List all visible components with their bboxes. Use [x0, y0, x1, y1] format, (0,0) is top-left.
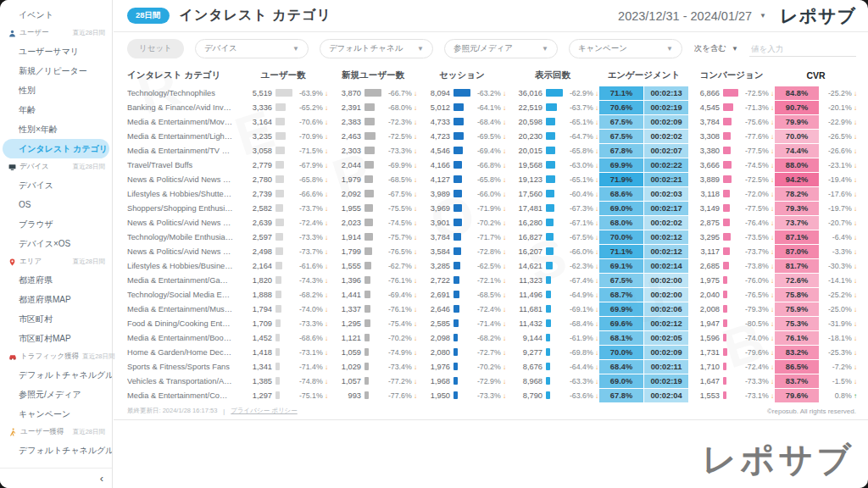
header-users[interactable]: ユーザー数	[238, 69, 328, 81]
header-new-users[interactable]: 新規ユーザー数	[329, 69, 417, 81]
condition-dropdown[interactable]: 次を含む ▼	[694, 43, 738, 54]
user-icon	[8, 30, 16, 37]
conversions-change-value: -76.4%	[745, 219, 769, 227]
users-change-value: -75.1%	[299, 391, 323, 400]
sessions-change-value: -71.9%	[477, 204, 501, 213]
sidebar-item[interactable]: OS	[0, 195, 112, 214]
users-change-value: -70.6%	[299, 118, 323, 126]
sidebar-item[interactable]: デバイス	[0, 175, 112, 195]
filter-value-input[interactable]	[749, 42, 856, 57]
engagement-time-cell: 00:02:07	[644, 144, 688, 158]
sidebar-item-label: デフォルトチャネルグループ	[19, 445, 112, 457]
views-bar	[543, 247, 562, 255]
collapse-sidebar-icon[interactable]: ‹	[100, 473, 103, 484]
cvr-change: -25.3% ↓	[820, 348, 857, 357]
users-value: 1,794	[238, 305, 272, 313]
arrow-down-icon: ↓	[593, 119, 598, 126]
chevron-down-icon: ▼	[417, 45, 424, 53]
sidebar-section-header: トラフィック獲得直近28日間	[0, 348, 112, 365]
new-users-change-value: -68.0%	[388, 103, 412, 112]
arrow-down-icon: ↓	[412, 349, 417, 357]
sidebar-item[interactable]: 性別	[0, 80, 112, 100]
sidebar-section-period: 直近28日間	[73, 29, 105, 37]
header-conversions[interactable]: コンバージョン	[689, 69, 774, 81]
table-row: Media & Entertainment/Light ...3,235-70.…	[127, 129, 863, 143]
category-cell: Media & Entertainment/Comic...	[127, 391, 237, 400]
header-cvr[interactable]: CVR	[775, 70, 857, 80]
reset-button[interactable]: リセット	[127, 39, 184, 58]
sidebar-item[interactable]: 性別×年齢	[0, 119, 112, 139]
conversions-change: -76.4% ↓	[738, 219, 774, 227]
sessions-change: -72.8% ↓	[470, 247, 506, 256]
filter-dropdown[interactable]: 参照元/メディア▼	[444, 39, 558, 58]
privacy-policy-link[interactable]: プライバシー ポリシー	[231, 407, 298, 415]
views-bar	[543, 305, 562, 313]
users-change: -70.9% ↓	[292, 132, 328, 141]
header-sessions[interactable]: セッション	[418, 69, 506, 81]
sidebar-item[interactable]: ブラウザ	[0, 214, 112, 234]
users-change: -66.6% ↓	[292, 190, 328, 198]
sessions-change: -70.2% ↓	[470, 219, 506, 227]
category-cell: News & Politics/Avid News Re...	[127, 175, 237, 184]
users-bar	[273, 291, 292, 298]
arrow-down-icon: ↓	[593, 162, 598, 169]
engagement-time-cell: 00:02:14	[644, 259, 688, 273]
arrow-down-icon: ↓	[593, 248, 598, 256]
conversions-change: -76.0% ↓	[738, 276, 774, 285]
views-change-value: -68.4%	[570, 319, 593, 328]
sessions-change-value: -72.8%	[477, 247, 501, 256]
conversions-change: -73.8% ↓	[738, 262, 774, 270]
engagement-rate-cell: 69.1%	[599, 259, 643, 273]
conversions-value: 1,731	[689, 348, 720, 357]
cvr-cell: 75.3%	[775, 317, 819, 330]
users-bar	[273, 262, 292, 269]
filter-dropdown[interactable]: デフォルトチャネル▼	[320, 39, 433, 58]
sidebar-item[interactable]: 都道府県MAP	[0, 290, 112, 309]
arrow-down-icon: ↓	[852, 291, 857, 299]
sidebar-item[interactable]: デバイス×OS	[0, 234, 112, 253]
sidebar-item[interactable]: デフォルトチャネルグループ	[0, 365, 112, 385]
sidebar-item[interactable]: キャンペーン	[0, 404, 112, 424]
header-views[interactable]: 表示回数	[507, 69, 598, 81]
sidebar-item-active[interactable]: インタレスト カテゴリ	[3, 139, 109, 158]
arrow-down-icon: ↓	[852, 378, 857, 385]
sessions-bar	[451, 391, 470, 399]
sidebar-item[interactable]: 年齢	[0, 100, 112, 119]
header-category[interactable]: インタレスト カテゴリ	[127, 69, 237, 81]
date-range-picker[interactable]: 2023/12/31 - 2024/01/27 ▼	[618, 9, 766, 23]
header-engagement[interactable]: エンゲージメント	[599, 69, 688, 81]
cvr-change: -30.3% ↓	[820, 262, 857, 270]
views-bar	[543, 377, 562, 385]
sidebar-item[interactable]: 市区町村MAP	[0, 329, 112, 348]
table-row: Media & Entertainment/Book ...1,452-68.6…	[127, 330, 863, 345]
sidebar-item[interactable]: 新規／リピーター	[0, 61, 112, 80]
filter-bar: リセット デバイス▼デフォルトチャネル▼参照元/メディア▼キャンペーン▼ 次を含…	[114, 32, 868, 60]
engagement-rate-cell: 69.0%	[599, 374, 643, 388]
conversions-bar	[721, 377, 737, 385]
arrow-down-icon: ↓	[323, 291, 328, 299]
sidebar-item[interactable]: イベント	[0, 5, 112, 25]
users-bar	[273, 233, 292, 241]
table-row: Travel/Travel Buffs2,779-67.9% ↓2,044-69…	[127, 158, 863, 172]
sidebar-item[interactable]: デフォルトチャネルグループ	[0, 441, 112, 460]
footer-brand-logo: レポサブ	[702, 436, 854, 483]
engagement-time-cell: 00:02:00	[644, 274, 688, 287]
filter-dropdown[interactable]: デバイス▼	[195, 39, 309, 58]
arrow-down-icon: ↓	[593, 320, 598, 328]
new-users-value: 1,295	[329, 319, 361, 328]
views-value: 20,598	[507, 118, 542, 126]
sidebar-item[interactable]: ユーザーサマリ	[0, 42, 112, 61]
sidebar-item[interactable]: 参照元/メディア	[0, 385, 112, 404]
new-users-change: -73.3% ↓	[381, 147, 417, 155]
sidebar-nav: イベントユーザー直近28日間ユーザーサマリ新規／リピーター性別年齢性別×年齢イン…	[0, 5, 112, 460]
arrow-down-icon: ↓	[593, 363, 598, 371]
new-users-change: -69.4% ↓	[381, 291, 417, 299]
sidebar-item[interactable]: 市区町村	[0, 309, 112, 329]
sidebar-item[interactable]: 都道府県	[0, 270, 112, 290]
filter-dropdown[interactable]: キャンペーン▼	[569, 39, 682, 58]
arrow-down-icon: ↓	[852, 191, 857, 198]
views-value: 16,280	[507, 219, 542, 227]
new-users-change: -75.5% ↓	[381, 204, 417, 213]
views-value: 11,323	[507, 276, 542, 285]
arrow-down-icon: ↓	[852, 349, 857, 357]
